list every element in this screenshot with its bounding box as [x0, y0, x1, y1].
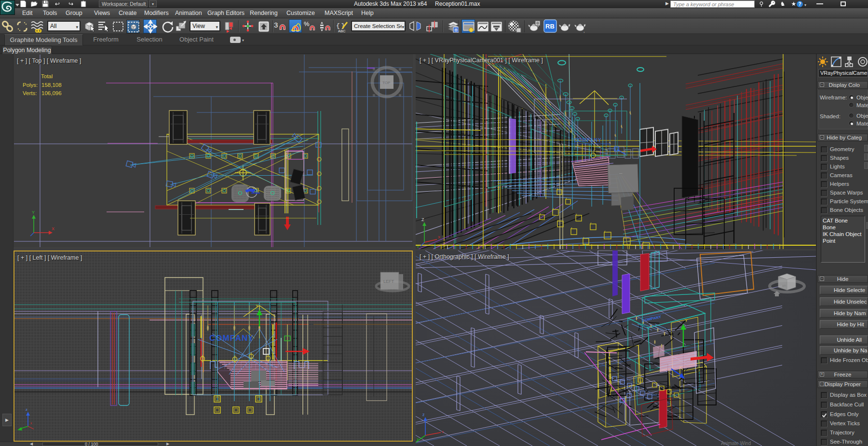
svg-text:x: x [30, 421, 32, 425]
svg-text:LEFT: LEFT [383, 279, 394, 284]
svg-text:,: , [583, 28, 585, 33]
svg-text:%: % [304, 20, 310, 28]
svg-text:106,096: 106,096 [41, 90, 62, 96]
svg-text:⚙: ⚙ [454, 28, 458, 32]
svg-text:Verts:: Verts: [23, 90, 37, 96]
svg-text:...: ... [619, 170, 623, 175]
svg-text:Y: Y [256, 304, 258, 308]
svg-text:z: z [422, 412, 425, 417]
svg-text:COMPANY: COMPANY [574, 138, 601, 143]
svg-text:ABC: ABC [338, 29, 346, 33]
svg-text:Polys:: Polys: [23, 82, 38, 88]
svg-text:Y: Y [685, 318, 688, 323]
svg-text:3: 3 [274, 21, 278, 29]
svg-text:x: x [442, 430, 444, 434]
svg-text:TOP: TOP [382, 81, 390, 85]
svg-text:158,108: 158,108 [41, 82, 62, 88]
svg-text:z: z [26, 407, 27, 412]
svg-text:Y: Y [32, 210, 35, 215]
svg-text:X: X [438, 235, 441, 239]
svg-text:Z: Z [421, 217, 424, 222]
svg-text:Total: Total [41, 73, 53, 79]
svg-text:y: y [417, 436, 419, 441]
svg-text:un: un [782, 284, 786, 287]
svg-text:Y: Y [417, 245, 420, 249]
svg-text:X: X [52, 226, 54, 231]
svg-text:RB: RB [545, 23, 555, 30]
svg-text:COMPANY: COMPANY [209, 334, 254, 343]
